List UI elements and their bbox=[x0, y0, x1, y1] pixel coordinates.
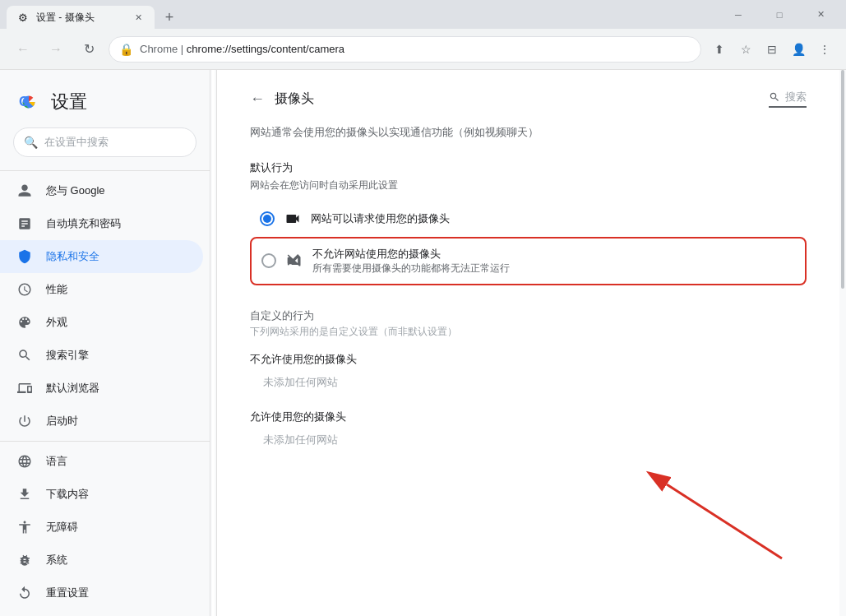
sidebar-item-google[interactable]: 您与 Google bbox=[0, 174, 203, 207]
privacy-icon bbox=[16, 248, 33, 265]
block-option[interactable]: 不允许网站使用您的摄像头 所有需要使用摄像头的功能都将无法正常运行 bbox=[250, 237, 807, 285]
sidebar-item-extensions[interactable]: 扩展程序 ↗ bbox=[0, 609, 203, 616]
allow-option-label: 网站可以请求使用您的摄像头 bbox=[311, 211, 450, 226]
tab-title: 设置 - 摄像头 bbox=[36, 11, 125, 25]
settings-content: ← 摄像头 搜索 网站通常会使用您的摄像头以实现通信功能（例如视频聊天） 默认行… bbox=[217, 70, 839, 616]
titlebar: ⚙ 设置 - 摄像头 ✕ + ─ □ ✕ bbox=[0, 0, 846, 29]
sidebar-item-label-appearance: 外观 bbox=[46, 315, 67, 330]
blocked-empty-text: 未添加任何网站 bbox=[250, 372, 807, 393]
address-actions: ⬆ ☆ ⊟ 👤 ⋮ bbox=[708, 38, 836, 61]
tab-favicon: ⚙ bbox=[16, 11, 30, 24]
sidebar-divider-1 bbox=[0, 170, 210, 171]
performance-icon bbox=[16, 281, 33, 298]
sidebar-title: 设置 bbox=[51, 90, 87, 114]
sidebar-item-label-google: 您与 Google bbox=[46, 183, 105, 198]
allowed-section-title: 允许使用您的摄像头 bbox=[250, 410, 807, 424]
tab-bar: ⚙ 设置 - 摄像头 ✕ + bbox=[7, 0, 719, 29]
new-tab-button[interactable]: + bbox=[158, 6, 181, 29]
browser-icon bbox=[16, 380, 33, 396]
back-button[interactable]: ← bbox=[250, 90, 265, 108]
addressbar: ← → ↻ 🔒 Chrome | chrome://settings/conte… bbox=[0, 29, 846, 70]
camera-off-icon bbox=[286, 252, 303, 269]
sidebar-item-privacy[interactable]: 隐私和安全 bbox=[0, 240, 203, 273]
window-controls: ─ □ ✕ bbox=[719, 2, 839, 28]
sidebar-item-label-language: 语言 bbox=[46, 454, 67, 469]
sidebar-item-label-startup: 启动时 bbox=[46, 414, 78, 428]
sidebar-search-wrap: 🔍 在设置中搜索 bbox=[0, 121, 210, 167]
custom-title: 自定义的行为 bbox=[250, 308, 807, 323]
language-icon bbox=[16, 453, 33, 470]
left-scrollbar[interactable] bbox=[212, 70, 215, 616]
user-icon bbox=[16, 183, 33, 199]
reset-icon bbox=[16, 585, 33, 601]
sidebar-search-input[interactable]: 在设置中搜索 bbox=[44, 135, 186, 150]
default-behavior-section: 默认行为 网站会在您访问时自动采用此设置 网站可以请求使用您的摄像头 不允许网站… bbox=[250, 160, 807, 285]
startup-icon bbox=[16, 413, 33, 429]
share-button[interactable]: ⬆ bbox=[708, 38, 731, 61]
url-path: chrome://settings/content/camera bbox=[187, 43, 344, 55]
sidebar-item-performance[interactable]: 性能 bbox=[0, 273, 203, 306]
url-protocol: Chrome | bbox=[140, 43, 187, 55]
sidebar-item-language[interactable]: 语言 bbox=[0, 445, 203, 478]
blocked-section-title: 不允许使用您的摄像头 bbox=[250, 352, 807, 367]
main-layout: G 设置 🔍 在设置中搜索 您与 Google 自动填充和密码 bbox=[0, 70, 846, 616]
allow-option[interactable]: 网站可以请求使用您的摄像头 bbox=[250, 202, 807, 235]
sidebar-header: G 设置 bbox=[0, 76, 210, 121]
header-search-label: 搜索 bbox=[785, 90, 807, 104]
block-option-label: 不允许网站使用您的摄像头 bbox=[312, 247, 510, 262]
accessibility-icon bbox=[16, 519, 33, 535]
system-icon bbox=[16, 552, 33, 568]
search-icon bbox=[16, 347, 33, 364]
profile-button[interactable]: 👤 bbox=[787, 38, 810, 61]
sidebar-item-label-search: 搜索引擎 bbox=[46, 348, 89, 363]
block-option-sub: 所有需要使用摄像头的功能都将无法正常运行 bbox=[312, 262, 510, 276]
camera-description: 网站通常会使用您的摄像头以实现通信功能（例如视频聊天） bbox=[250, 124, 807, 141]
right-scrollbar-thumb[interactable] bbox=[841, 70, 844, 289]
annotation-arrow bbox=[642, 468, 790, 567]
sidebar-item-autofill[interactable]: 自动填充和密码 bbox=[0, 207, 203, 240]
back-button[interactable]: ← bbox=[10, 36, 36, 63]
menu-button[interactable]: ⋮ bbox=[813, 38, 836, 61]
allow-radio-checked bbox=[260, 211, 275, 226]
default-behavior-title: 默认行为 bbox=[250, 160, 807, 175]
sidebar-item-appearance[interactable]: 外观 bbox=[0, 306, 203, 339]
sidebar-item-label-privacy: 隐私和安全 bbox=[46, 249, 99, 264]
custom-behavior-section: 自定义的行为 下列网站采用的是自定义设置（而非默认设置） 不允许使用您的摄像头 … bbox=[250, 308, 807, 451]
sidebar-item-label-system: 系统 bbox=[46, 553, 67, 567]
split-button[interactable]: ⊟ bbox=[760, 38, 784, 61]
tab-close-button[interactable]: ✕ bbox=[132, 11, 145, 24]
minimize-button[interactable]: ─ bbox=[719, 2, 757, 28]
left-scroll-track bbox=[210, 70, 217, 616]
sidebar-item-label-accessibility: 无障碍 bbox=[46, 520, 78, 535]
sidebar-item-accessibility[interactable]: 无障碍 bbox=[0, 511, 203, 544]
default-behavior-sub: 网站会在您访问时自动采用此设置 bbox=[250, 178, 807, 192]
active-tab[interactable]: ⚙ 设置 - 摄像头 ✕ bbox=[7, 6, 155, 29]
forward-button[interactable]: → bbox=[43, 36, 69, 63]
allowed-empty-text: 未添加任何网站 bbox=[250, 429, 807, 451]
appearance-icon bbox=[16, 314, 33, 331]
sidebar-item-browser[interactable]: 默认浏览器 bbox=[0, 372, 203, 405]
custom-sub: 下列网站采用的是自定义设置（而非默认设置） bbox=[250, 325, 807, 339]
block-radio-unchecked bbox=[261, 253, 276, 268]
omnibox[interactable]: 🔒 Chrome | chrome://settings/content/cam… bbox=[109, 36, 701, 63]
sidebar-search-box[interactable]: 🔍 在设置中搜索 bbox=[13, 127, 196, 157]
sidebar-search-icon: 🔍 bbox=[24, 136, 38, 149]
sidebar-item-label-autofill: 自动填充和密码 bbox=[46, 216, 121, 231]
page-title: 摄像头 bbox=[275, 90, 314, 108]
sidebar-item-downloads[interactable]: 下载内容 bbox=[0, 478, 203, 511]
close-button[interactable]: ✕ bbox=[802, 2, 839, 28]
radio-fill bbox=[263, 215, 271, 223]
settings-sidebar: G 设置 🔍 在设置中搜索 您与 Google 自动填充和密码 bbox=[0, 70, 210, 616]
svg-text:G: G bbox=[19, 94, 30, 109]
bookmark-button[interactable]: ☆ bbox=[734, 38, 757, 61]
omnibox-url: Chrome | chrome://settings/content/camer… bbox=[140, 43, 691, 55]
sidebar-item-startup[interactable]: 启动时 bbox=[0, 405, 203, 438]
header-search[interactable]: 搜索 bbox=[769, 90, 807, 108]
sidebar-item-reset[interactable]: 重置设置 bbox=[0, 577, 203, 609]
sidebar-item-search[interactable]: 搜索引擎 bbox=[0, 339, 203, 372]
autofill-icon bbox=[16, 215, 33, 232]
omnibox-security-icon: 🔒 bbox=[119, 43, 133, 56]
sidebar-item-system[interactable]: 系统 bbox=[0, 544, 203, 577]
refresh-button[interactable]: ↻ bbox=[76, 36, 102, 63]
maximize-button[interactable]: □ bbox=[760, 2, 798, 28]
